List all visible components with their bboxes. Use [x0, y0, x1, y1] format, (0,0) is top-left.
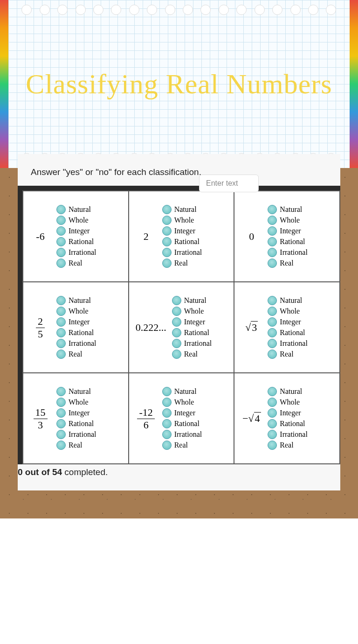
- radio-bubble-icon[interactable]: [162, 205, 172, 214]
- classification-row[interactable]: Integer: [172, 317, 212, 327]
- radio-bubble-icon[interactable]: [162, 441, 172, 450]
- classification-row[interactable]: Real: [162, 441, 202, 450]
- radio-bubble-icon[interactable]: [56, 237, 66, 246]
- radio-bubble-icon[interactable]: [268, 226, 277, 236]
- radio-bubble-icon[interactable]: [268, 398, 277, 407]
- radio-bubble-icon[interactable]: [172, 296, 181, 305]
- classification-row[interactable]: Natural: [172, 296, 212, 305]
- classification-row[interactable]: Integer: [162, 226, 202, 236]
- classification-row[interactable]: Irrational: [162, 430, 202, 439]
- radio-bubble-icon[interactable]: [56, 317, 66, 327]
- classification-row[interactable]: Whole: [162, 398, 202, 407]
- radio-bubble-icon[interactable]: [268, 237, 277, 246]
- classification-row[interactable]: Natural: [56, 296, 96, 305]
- radio-bubble-icon[interactable]: [268, 441, 277, 450]
- radio-bubble-icon[interactable]: [56, 441, 66, 450]
- radio-bubble-icon[interactable]: [162, 398, 172, 407]
- radio-bubble-icon[interactable]: [172, 339, 181, 348]
- classification-row[interactable]: Integer: [56, 317, 96, 327]
- classification-row[interactable]: Whole: [56, 216, 96, 225]
- classification-row[interactable]: Natural: [162, 387, 202, 396]
- radio-bubble-icon[interactable]: [268, 248, 277, 257]
- classification-row[interactable]: Integer: [162, 408, 202, 418]
- classification-row[interactable]: Rational: [268, 328, 308, 337]
- classification-row[interactable]: Natural: [268, 296, 308, 305]
- radio-bubble-icon[interactable]: [162, 248, 172, 257]
- radio-bubble-icon[interactable]: [268, 408, 277, 418]
- radio-bubble-icon[interactable]: [172, 317, 181, 327]
- radio-bubble-icon[interactable]: [268, 205, 277, 214]
- radio-bubble-icon[interactable]: [56, 226, 66, 236]
- radio-bubble-icon[interactable]: [56, 248, 66, 257]
- radio-bubble-icon[interactable]: [162, 408, 172, 418]
- radio-bubble-icon[interactable]: [268, 317, 277, 327]
- classification-row[interactable]: Natural: [56, 387, 96, 396]
- classification-row[interactable]: Rational: [268, 237, 308, 246]
- radio-bubble-icon[interactable]: [56, 408, 66, 418]
- radio-bubble-icon[interactable]: [162, 387, 172, 396]
- classification-row[interactable]: Rational: [56, 237, 96, 246]
- radio-bubble-icon[interactable]: [56, 339, 66, 348]
- classification-row[interactable]: Natural: [268, 205, 308, 214]
- radio-bubble-icon[interactable]: [56, 387, 66, 396]
- radio-bubble-icon[interactable]: [56, 216, 66, 225]
- radio-bubble-icon[interactable]: [56, 205, 66, 214]
- classification-row[interactable]: Natural: [162, 205, 202, 214]
- radio-bubble-icon[interactable]: [162, 226, 172, 236]
- answer-input[interactable]: Enter text: [199, 175, 259, 192]
- classification-row[interactable]: Whole: [162, 216, 202, 225]
- classification-row[interactable]: Real: [268, 350, 308, 359]
- classification-row[interactable]: Real: [172, 350, 212, 359]
- classification-row[interactable]: Integer: [56, 408, 96, 418]
- radio-bubble-icon[interactable]: [172, 307, 181, 316]
- radio-bubble-icon[interactable]: [56, 419, 66, 428]
- radio-bubble-icon[interactable]: [268, 419, 277, 428]
- classification-row[interactable]: Irrational: [56, 339, 96, 348]
- radio-bubble-icon[interactable]: [56, 430, 66, 439]
- radio-bubble-icon[interactable]: [162, 237, 172, 246]
- classification-row[interactable]: Natural: [56, 205, 96, 214]
- radio-bubble-icon[interactable]: [56, 259, 66, 268]
- radio-bubble-icon[interactable]: [56, 296, 66, 305]
- radio-bubble-icon[interactable]: [268, 216, 277, 225]
- radio-bubble-icon[interactable]: [162, 430, 172, 439]
- classification-row[interactable]: Integer: [268, 226, 308, 236]
- radio-bubble-icon[interactable]: [56, 398, 66, 407]
- classification-row[interactable]: Whole: [56, 398, 96, 407]
- radio-bubble-icon[interactable]: [268, 328, 277, 337]
- classification-row[interactable]: Irrational: [56, 430, 96, 439]
- classification-row[interactable]: Integer: [56, 226, 96, 236]
- classification-row[interactable]: Real: [162, 259, 202, 268]
- classification-row[interactable]: Irrational: [268, 248, 308, 257]
- classification-row[interactable]: Rational: [162, 419, 202, 428]
- classification-row[interactable]: Whole: [268, 398, 308, 407]
- classification-row[interactable]: Irrational: [268, 430, 308, 439]
- classification-row[interactable]: Integer: [268, 408, 308, 418]
- classification-row[interactable]: Real: [56, 259, 96, 268]
- radio-bubble-icon[interactable]: [172, 328, 181, 337]
- radio-bubble-icon[interactable]: [268, 339, 277, 348]
- classification-row[interactable]: Real: [268, 259, 308, 268]
- classification-row[interactable]: Irrational: [56, 248, 96, 257]
- radio-bubble-icon[interactable]: [162, 419, 172, 428]
- radio-bubble-icon[interactable]: [268, 296, 277, 305]
- classification-row[interactable]: Rational: [162, 237, 202, 246]
- classification-row[interactable]: Real: [56, 350, 96, 359]
- classification-row[interactable]: Whole: [56, 307, 96, 316]
- radio-bubble-icon[interactable]: [268, 350, 277, 359]
- classification-row[interactable]: Whole: [268, 216, 308, 225]
- classification-row[interactable]: Rational: [172, 328, 212, 337]
- radio-bubble-icon[interactable]: [268, 430, 277, 439]
- classification-row[interactable]: Natural: [268, 387, 308, 396]
- radio-bubble-icon[interactable]: [268, 259, 277, 268]
- classification-row[interactable]: Real: [268, 441, 308, 450]
- classification-row[interactable]: Rational: [56, 419, 96, 428]
- classification-row[interactable]: Rational: [268, 419, 308, 428]
- radio-bubble-icon[interactable]: [56, 307, 66, 316]
- radio-bubble-icon[interactable]: [172, 350, 181, 359]
- radio-bubble-icon[interactable]: [56, 350, 66, 359]
- radio-bubble-icon[interactable]: [162, 216, 172, 225]
- radio-bubble-icon[interactable]: [268, 387, 277, 396]
- classification-row[interactable]: Whole: [172, 307, 212, 316]
- classification-row[interactable]: Whole: [268, 307, 308, 316]
